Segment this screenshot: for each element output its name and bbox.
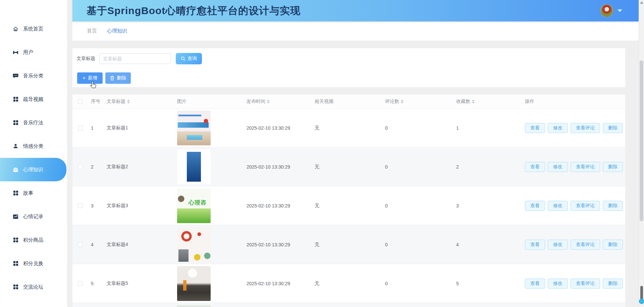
sidebar-item-label: 疏导视频 xyxy=(23,96,43,103)
sidebar-item-story[interactable]: 故事 xyxy=(0,181,67,205)
view-button[interactable]: 查看 xyxy=(525,240,545,250)
sidebar-item-guidance-video[interactable]: 疏导视频 xyxy=(0,87,67,111)
edit-button[interactable]: 修改 xyxy=(548,240,568,250)
table-header-row: 序号 文章标题 图片 发布时间 相关视频 评论数 收藏数 操作 xyxy=(72,95,625,109)
col-favorites: 收藏数 xyxy=(453,99,522,105)
row-index: 3 xyxy=(88,203,104,208)
search-input[interactable] xyxy=(99,53,171,64)
col-image: 图片 xyxy=(174,99,244,105)
view-comments-button[interactable]: 查看评论 xyxy=(571,279,600,289)
sidebar-item-label: 故事 xyxy=(23,190,33,196)
comments-count: 0 xyxy=(382,281,453,286)
scroll-widget-ball[interactable] xyxy=(639,299,644,304)
col-title: 文章标题 xyxy=(104,99,174,105)
edit-button[interactable]: 修改 xyxy=(548,279,568,289)
article-title: 文章标题4 xyxy=(104,242,174,248)
sidebar-item-label: 心理知识 xyxy=(23,167,43,173)
related-video: 无 xyxy=(312,203,382,209)
mouse-cursor-icon xyxy=(90,80,97,91)
view-comments-button[interactable]: 查看评论 xyxy=(571,201,600,211)
article-image[interactable]: 心理咨 xyxy=(177,188,211,223)
query-button[interactable]: 查询 xyxy=(176,53,202,64)
edit-button[interactable]: 修改 xyxy=(548,162,568,172)
row-index: 1 xyxy=(88,125,104,131)
publish-time: 2025-02-10 13:30:29 xyxy=(244,242,312,247)
sidebar-item-music-category[interactable]: 音乐分类 xyxy=(0,64,67,87)
sidebar-item-label: 积分兑换 xyxy=(23,260,43,267)
col-actions: 操作 xyxy=(522,99,625,105)
article-image[interactable] xyxy=(177,227,211,262)
publish-time: 2025-02-10 13:30:29 xyxy=(244,125,312,131)
col-index: 序号 xyxy=(88,99,104,105)
sidebar-item-label: 音乐分类 xyxy=(23,73,43,79)
grid-icon xyxy=(13,284,18,290)
row-index: 2 xyxy=(88,164,104,170)
sidebar-item-users[interactable]: 用户 xyxy=(0,41,67,64)
sort-icons[interactable] xyxy=(267,100,270,104)
view-comments-button[interactable]: 查看评论 xyxy=(571,240,600,250)
delete-row-button[interactable]: 删除 xyxy=(603,240,623,250)
sidebar-item-emotion-category[interactable]: 情感分类 xyxy=(0,134,67,158)
sort-icons[interactable] xyxy=(472,100,475,104)
delete-row-button[interactable]: 删除 xyxy=(603,162,623,172)
related-video: 无 xyxy=(312,164,382,170)
tab-home[interactable]: 首页 xyxy=(87,28,97,34)
search-icon xyxy=(181,56,185,61)
sidebar-item-system-home[interactable]: 系统首页 xyxy=(0,17,67,41)
scroll-up-icon[interactable] xyxy=(640,1,643,4)
sort-icons[interactable] xyxy=(127,100,130,104)
view-button[interactable]: 查看 xyxy=(525,201,545,211)
vertical-scrollbar[interactable] xyxy=(639,0,644,307)
sidebar-item-psych-knowledge[interactable]: 心理知识 xyxy=(0,158,66,181)
users-icon xyxy=(13,50,18,55)
sidebar-item-label: 音乐疗法 xyxy=(23,120,43,126)
sidebar-item-points-exchange[interactable]: 积分兑换 xyxy=(0,252,67,275)
article-image[interactable] xyxy=(177,111,211,145)
delete-row-button[interactable]: 删除 xyxy=(603,123,623,133)
sidebar-item-points-goods[interactable]: 积分商品 xyxy=(0,228,67,252)
grid-icon xyxy=(13,120,18,126)
article-title: 文章标题2 xyxy=(104,164,174,170)
row-checkbox[interactable] xyxy=(78,281,83,286)
chat-bubble-icon xyxy=(13,73,18,79)
scrollbar-thumb[interactable] xyxy=(640,60,643,221)
row-checkbox[interactable] xyxy=(78,203,83,208)
article-image[interactable] xyxy=(177,266,211,301)
view-comments-button[interactable]: 查看评论 xyxy=(571,162,600,172)
table-row: 4 文章标题4 2025-02-10 13:30:29 无 0 4 查看 修改 … xyxy=(72,225,625,264)
article-image[interactable] xyxy=(177,149,211,184)
sort-icons[interactable] xyxy=(401,100,404,104)
sidebar-item-mood-record[interactable]: 心情记录 xyxy=(0,205,67,228)
edit-button[interactable]: 修改 xyxy=(548,201,568,211)
person-icon xyxy=(13,143,18,149)
sidebar-item-label: 用户 xyxy=(23,49,33,56)
row-checkbox[interactable] xyxy=(78,165,83,169)
table-row: 3 文章标题3 心理咨 2025-02-10 13:30:29 无 0 3 查看… xyxy=(72,186,625,225)
view-button[interactable]: 查看 xyxy=(525,279,545,289)
sidebar-item-music-therapy[interactable]: 音乐疗法 xyxy=(0,111,67,134)
chevron-down-icon[interactable] xyxy=(618,9,622,12)
article-title: 文章标题5 xyxy=(104,281,174,287)
view-button[interactable]: 查看 xyxy=(525,162,545,172)
avatar[interactable] xyxy=(600,4,613,17)
select-all-checkbox[interactable] xyxy=(78,99,83,104)
grid-icon xyxy=(13,261,18,266)
row-checkbox[interactable] xyxy=(78,242,83,247)
edit-button[interactable]: 修改 xyxy=(548,123,568,133)
articles-table: 序号 文章标题 图片 发布时间 相关视频 评论数 收藏数 操作 1 文章标题1 … xyxy=(72,95,625,307)
article-image[interactable] xyxy=(177,305,211,307)
delete-row-button[interactable]: 删除 xyxy=(603,279,623,289)
sidebar-item-forum[interactable]: 交流论坛 xyxy=(0,275,67,299)
grid-icon xyxy=(13,97,18,102)
publish-time: 2025-02-10 13:30:29 xyxy=(244,164,312,170)
tab-psych-knowledge[interactable]: 心理知识 xyxy=(107,28,127,34)
delete-row-button[interactable]: 删除 xyxy=(603,201,623,211)
view-button[interactable]: 查看 xyxy=(525,123,545,133)
publish-time: 2025-02-10 13:30:29 xyxy=(244,203,312,208)
article-title: 文章标题1 xyxy=(104,125,174,131)
sidebar-item-label: 系统首页 xyxy=(23,26,43,32)
delete-button[interactable]: 删除 xyxy=(105,72,131,84)
view-comments-button[interactable]: 查看评论 xyxy=(571,123,600,133)
grid-icon xyxy=(13,190,18,196)
row-checkbox[interactable] xyxy=(78,126,83,130)
